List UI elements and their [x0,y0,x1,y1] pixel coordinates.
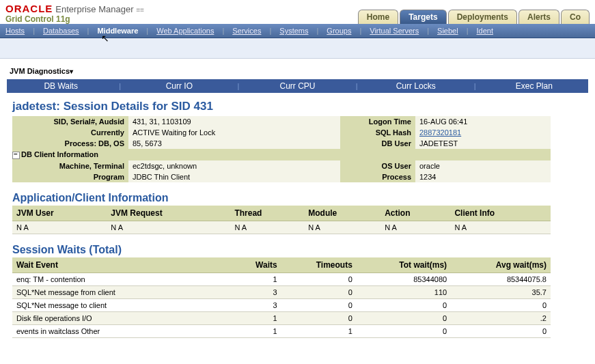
value-dbuser: JADETEST [415,138,551,149]
session-info-table: SID, Serial#, Audsid 431, 31, 1103109 Lo… [12,116,551,182]
col-jvmreq: JVM Request [107,206,230,221]
table-row: N A N A N A N A N A N A [12,221,551,234]
tab-deployments[interactable]: Deployments [448,10,517,24]
sub-nav: Hosts| Databases| Middleware| Web Applic… [0,24,595,38]
cursor-icon: ↖ [101,33,109,44]
col-avgwait: Avg wait(ms) [451,257,551,273]
col-totwait: Tot wait(ms) [357,257,451,273]
label-process: Process: DB, OS [12,138,128,149]
value-process2: 1234 [415,171,551,182]
subnav-ident[interactable]: Ident [477,27,493,35]
tab-targets[interactable]: Targets [400,10,446,24]
sqlhash-link[interactable]: 2887320181 [419,128,461,137]
diagnostic-tabs: DB Waits| Curr IO| Curr CPU| Curr Locks|… [7,79,588,93]
brand-suffix: Enterprise Manager [55,4,133,14]
table-row: Disk file operations I/O100.2 [12,311,551,324]
table-row: SQL*Net message to client3000 [12,298,551,311]
value-currently: ACTIVE Waiting for Lock [128,127,340,138]
col-jvmuser: JVM User [12,206,107,221]
col-module: Module [304,206,380,221]
subnav-systems[interactable]: Systems [279,27,308,35]
tab-home[interactable]: Home [358,10,398,24]
subnav-databases[interactable]: Databases [43,27,79,35]
col-timeouts: Timeouts [281,257,357,273]
waits-title: Session Waits (Total) [12,244,588,256]
waits-table: Wait Event Waits Timeouts Tot wait(ms) A… [12,257,551,338]
value-program: JDBC Thin Client [128,171,340,182]
label-process2: Process [340,171,415,182]
table-row: enq: TM - contention108534408085344075.8 [12,272,551,285]
label-osuser: OS User [340,160,415,171]
label-program: Program [12,171,128,182]
subnav-vservers[interactable]: Virtual Servers [370,27,419,35]
value-sid: 431, 31, 1103109 [128,116,340,127]
tab-currlocks[interactable]: Curr Locks [362,81,470,91]
subnav-groups[interactable]: Groups [327,27,351,35]
label-sid: SID, Serial#, Audsid [12,116,128,127]
table-row: SQL*Net message from client3011035.7 [12,285,551,298]
table-row: events in waitclass Other1100 [12,324,551,337]
decor: ≡≡ [137,6,145,14]
jvm-diagnostics-title[interactable]: JVM Diagnostics▾ [10,64,588,76]
tab-dbwaits[interactable]: DB Waits [7,81,115,91]
chevron-down-icon: ▾ [70,68,73,75]
label-sqlhash: SQL Hash [340,127,415,138]
appinfo-title: Application/Client Information [12,192,588,204]
tab-execplan[interactable]: Exec Plan [480,81,588,91]
value-osuser: oracle [415,160,551,171]
tab-currcpu[interactable]: Curr CPU [243,81,351,91]
tab-alerts[interactable]: Alerts [518,10,559,24]
value-logon: 16-AUG 06:41 [415,116,551,127]
subnav-webapps[interactable]: Web Applications [156,27,214,35]
tab-co[interactable]: Co [561,10,590,24]
label-logon: Logon Time [340,116,415,127]
subnav-services[interactable]: Services [232,27,261,35]
client-info-header: DB Client Information [21,150,98,158]
col-clientinfo: Client Info [450,206,551,221]
top-tabs: Home Targets Deployments Alerts Co [358,10,590,24]
subnav-hosts[interactable]: Hosts [5,27,25,35]
tab-currio[interactable]: Curr IO [125,81,233,91]
page-title: jadetest: Session Details for SID 431 [12,100,588,113]
collapse-icon[interactable] [12,152,20,159]
label-currently: Currently [12,127,128,138]
appinfo-table: JVM User JVM Request Thread Module Actio… [12,206,551,234]
label-dbuser: DB User [340,138,415,149]
value-process: 85, 5673 [128,138,340,149]
oracle-logo: ORACLE [5,3,53,14]
col-action: Action [380,206,450,221]
col-waits: Waits [231,257,281,273]
col-waitevent: Wait Event [12,257,231,273]
subnav-siebel[interactable]: Siebel [437,27,458,35]
label-machine: Machine, Terminal [12,160,128,171]
value-machine: ec2tdsgc, unknown [128,160,340,171]
col-thread: Thread [230,206,304,221]
grid-control-label: Grid Control 11g [5,14,144,24]
